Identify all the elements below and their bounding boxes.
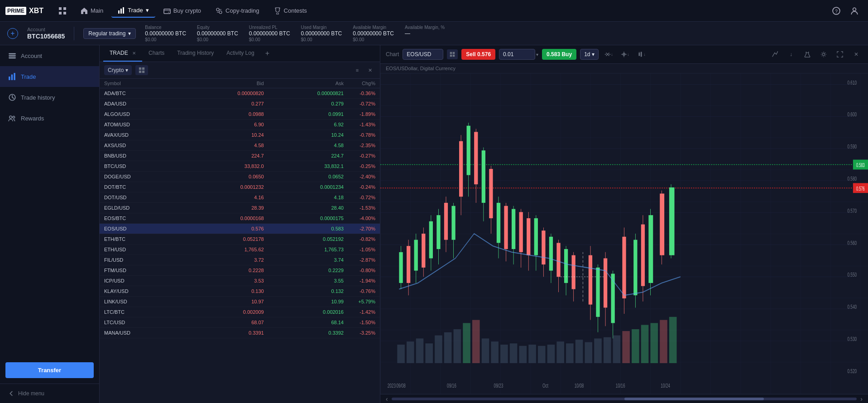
table-row[interactable]: DOT/BTC 0.0001232 0.0001234 -0.24% <box>100 182 380 192</box>
table-row[interactable]: ATOM/USD 6.90 6.92 -1.43% <box>100 120 380 130</box>
table-row[interactable]: EGLD/USD 28.39 28.40 -1.53% <box>100 203 380 213</box>
row-ask: 4.18 <box>264 195 344 200</box>
watchlist-close-icon[interactable]: ✕ <box>364 65 375 76</box>
table-row[interactable]: ADA/BTC 0.00000820 0.00000821 -0.36% <box>100 88 380 99</box>
chart-nav-left[interactable]: ‹ <box>384 395 390 403</box>
nav-main-button[interactable]: Main <box>74 5 110 17</box>
table-row[interactable]: LINK/USD 10.97 10.99 +5.79% <box>100 297 380 307</box>
sidebar-item-trade-history[interactable]: Trade history <box>0 87 99 108</box>
svg-rect-158 <box>604 337 611 363</box>
chart-line-select-button[interactable]: ↓ <box>785 48 797 61</box>
svg-rect-149 <box>519 346 527 363</box>
tab-charts[interactable]: Charts <box>142 45 171 62</box>
chart-flask-button[interactable] <box>801 48 814 61</box>
add-account-button[interactable]: + <box>7 28 18 39</box>
table-row[interactable]: DOT/USD 4.16 4.18 -0.72% <box>100 192 380 203</box>
chart-pair-icon[interactable] <box>447 49 458 59</box>
table-row[interactable]: KLAY/USD 0.130 0.132 -0.76% <box>100 286 380 297</box>
help-button[interactable]: ? <box>828 3 844 19</box>
transfer-button[interactable]: Transfer <box>5 362 94 378</box>
table-row[interactable]: ICP/USD 3.53 3.55 -1.94% <box>100 276 380 286</box>
svg-rect-1 <box>63 7 66 10</box>
crypto-filter-select[interactable]: Crypto ▾ <box>104 65 132 75</box>
table-row[interactable]: EOS/BTC 0.0000168 0.0000175 -4.00% <box>100 213 380 224</box>
row-ask: 28.40 <box>264 205 344 211</box>
table-row[interactable]: ADA/USD 0.277 0.279 -0.72% <box>100 99 380 109</box>
row-symbol: ICP/USD <box>104 278 184 283</box>
order-size-input[interactable] <box>499 49 535 60</box>
logo[interactable]: PRIME XBT <box>5 7 43 15</box>
tab-trade-close[interactable]: ✕ <box>132 51 136 56</box>
nav-buy-crypto-button[interactable]: Buy crypto <box>157 5 207 17</box>
sell-label: Sell <box>466 51 475 58</box>
tab-activity-log[interactable]: Activity Log <box>220 45 260 62</box>
row-chg: -2.40% <box>344 174 375 179</box>
sidebar-item-account[interactable]: Account <box>0 45 99 66</box>
table-row[interactable]: LTC/USD 68.07 68.14 -1.50% <box>100 317 380 328</box>
tab-trading-history[interactable]: Trading History <box>171 45 220 62</box>
tab-trade[interactable]: TRADE ✕ <box>103 45 142 62</box>
svg-point-38 <box>822 53 825 55</box>
row-bid: 0.052178 <box>184 236 264 242</box>
buy-button[interactable]: 0.583 Buy <box>542 49 576 60</box>
chart-line-button[interactable] <box>768 48 781 61</box>
table-row[interactable]: BTC/USD 33,832.0 33,832.1 -0.25% <box>100 161 380 172</box>
chart-indicators-button[interactable]: ↓ <box>602 48 615 61</box>
order-size-arrow[interactable]: ▾ <box>536 52 538 57</box>
svg-rect-101 <box>527 218 530 255</box>
user-button[interactable] <box>846 3 863 19</box>
table-row[interactable]: AVAX/USD 10.24 10.24 -0.78% <box>100 130 380 140</box>
candle-arrow: ↓ <box>643 52 646 57</box>
table-row[interactable]: MANA/USD 0.3391 0.3392 -3.25% <box>100 328 380 338</box>
row-symbol: LTC/BTC <box>104 309 184 315</box>
table-row[interactable]: AXS/USD 4.58 4.58 -2.35% <box>100 140 380 151</box>
chart-mode-button[interactable]: ↓ <box>635 48 647 61</box>
chart-scrollbar[interactable] <box>392 398 857 400</box>
row-bid: 3.53 <box>184 278 264 283</box>
watchlist-more-icon[interactable]: ≡ <box>352 65 363 76</box>
row-bid: 3.72 <box>184 257 264 263</box>
row-ask: 0.0000175 <box>264 216 344 221</box>
table-row[interactable]: EOS/USD 0.576 0.583 -2.70% <box>100 224 380 234</box>
table-row[interactable]: FTM/USD 0.2228 0.2229 -0.80% <box>100 265 380 276</box>
svg-rect-113 <box>572 255 575 289</box>
hide-menu-button[interactable]: Hide menu <box>0 384 99 403</box>
sidebar-item-trade-history-label: Trade history <box>21 94 55 101</box>
table-row[interactable]: FIL/USD 3.72 3.74 -2.87% <box>100 255 380 265</box>
tab-charts-label: Charts <box>149 50 164 56</box>
svg-rect-24 <box>139 71 141 73</box>
chart-draw-button[interactable]: ↓ <box>619 48 631 61</box>
table-row[interactable]: BNB/USD 224.7 224.7 -0.27% <box>100 151 380 161</box>
chart-settings-button[interactable] <box>817 48 830 61</box>
chart-fullscreen-button[interactable] <box>834 48 846 61</box>
table-row[interactable]: ETH/BTC 0.052178 0.052192 -0.82% <box>100 234 380 245</box>
row-ask: 224.7 <box>264 153 344 158</box>
trading-mode-select[interactable]: Regular trading ▾ <box>83 28 136 39</box>
chart-scrollbar-thumb[interactable] <box>624 398 764 400</box>
table-row[interactable]: LTC/BTC 0.002009 0.002016 -1.42% <box>100 307 380 317</box>
sell-button[interactable]: Sell 0.576 <box>461 49 495 60</box>
nav-main-label: Main <box>91 7 103 14</box>
chevron-left-icon <box>8 390 14 397</box>
svg-rect-93 <box>497 203 500 243</box>
nav-copy-trading-button[interactable]: Copy-trading <box>209 5 265 17</box>
row-bid: 0.0000168 <box>184 216 264 221</box>
nav-contests-button[interactable]: Contests <box>268 5 313 17</box>
watchlist-layout-icon[interactable] <box>135 65 148 75</box>
table-row[interactable]: DOGE/USD 0.0650 0.0652 -2.40% <box>100 172 380 182</box>
chart-pair-input[interactable] <box>403 49 443 60</box>
tab-add-button[interactable]: + <box>261 46 274 61</box>
nav-grid-button[interactable] <box>53 5 72 17</box>
table-row[interactable]: ETH/USD 1,765.62 1,765.73 -1.05% <box>100 245 380 255</box>
chart-nav-right[interactable]: › <box>858 395 864 403</box>
sidebar-item-trade[interactable]: Trade <box>0 66 99 87</box>
row-symbol: AVAX/USD <box>104 132 184 138</box>
chart-canvas[interactable]: 0.610 0.600 0.590 0.580 0.570 0.560 0.55… <box>380 73 868 394</box>
row-ask: 0.052192 <box>264 236 344 242</box>
svg-rect-95 <box>504 206 508 249</box>
chart-close-button[interactable]: ✕ <box>850 48 863 61</box>
sidebar-item-rewards[interactable]: Rewards <box>0 108 99 129</box>
period-select[interactable]: 1d ▾ <box>580 49 599 60</box>
nav-trade-button[interactable]: Trade ▾ <box>111 4 155 18</box>
table-row[interactable]: ALGO/USD 0.0988 0.0991 -1.89% <box>100 109 380 120</box>
